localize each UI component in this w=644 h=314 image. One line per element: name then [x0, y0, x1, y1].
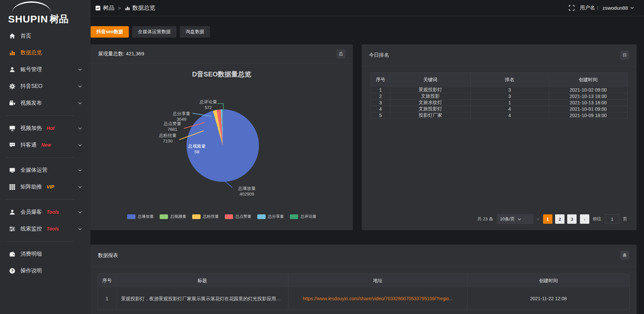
sidebar-item[interactable]: 抖音SEO — [0, 78, 91, 95]
legend-label: 总分享量 — [268, 214, 284, 219]
table-row[interactable]: 2 文旅投影 3 2021-10-13 18:00 — [371, 93, 627, 99]
wallet-icon — [9, 251, 15, 257]
ranking-table-body: 1 景观投影灯 3 2021-10-02 09:00 2 文旅投影 3 2021… — [371, 87, 627, 118]
cell-title: 景观投影灯，夜游景观投影灯厂家展示展示落花灯在花园里的灯光投影应用效果 # — [116, 287, 288, 310]
sidebar-item-badge: New — [41, 142, 51, 148]
table-row[interactable]: 4 文旅投影灯 4 2021-10-01 09:00 — [371, 106, 627, 112]
sidebar-item[interactable]: 视频发布 — [0, 95, 91, 111]
chevron-down-icon — [78, 228, 82, 230]
column-header: 序号 — [98, 274, 116, 287]
sidebar-item[interactable]: 账号管理 — [0, 61, 91, 78]
ranking-day-button[interactable]: 日 — [620, 51, 629, 60]
sidebar-item-label: 抖音SEO — [20, 83, 43, 90]
cell-index: 3 — [371, 100, 390, 106]
tab[interactable]: 全媒体运营数据 — [132, 26, 176, 38]
page-button-2[interactable]: 2 — [555, 214, 565, 224]
report-title: 数据报表 — [98, 252, 118, 259]
sidebar-item[interactable]: 线索监控 Tools — [0, 220, 91, 237]
trend-box-icon — [95, 5, 101, 11]
sidebar-item[interactable]: ? 操作说明 — [0, 262, 91, 279]
goto-label: 前往 — [593, 216, 601, 222]
pie-chart-title: D音SEO数据量总览 — [91, 70, 353, 79]
legend-item[interactable]: 总粉丝量 — [192, 214, 219, 219]
pie-label: 总播放量402909 — [232, 186, 261, 197]
sidebar-item[interactable]: 视频加热 Hot — [0, 120, 91, 137]
chart-bar-icon — [9, 50, 15, 56]
legend-label: 总播放量 — [138, 214, 154, 219]
table-row[interactable]: 1 景观投影灯，夜游景观投影灯厂家展示展示落花灯在花园里的灯光投影应用效果 # … — [98, 287, 629, 310]
column-header: 创建时间 — [549, 73, 627, 87]
chevron-down-icon — [630, 7, 634, 9]
legend-item[interactable]: 总分享量 — [257, 214, 284, 219]
legend-item[interactable]: 总视频量 — [160, 214, 186, 219]
panel-ranking: 今日排名 日 序号关键词排名创建时间 1 景观投影灯 3 2021-10-02 … — [362, 44, 637, 230]
pagination-total: 共 23 条 — [477, 216, 493, 222]
page-size-select[interactable]: 10条/页 — [497, 214, 533, 224]
breadcrumb-item[interactable]: 树品 — [95, 4, 114, 12]
user-icon — [9, 66, 15, 73]
report-table: 序号标题地址创建时间 1 景观投影灯，夜游景观投影灯厂家展示展示落花灯在花园里的… — [98, 273, 630, 310]
sidebar-item[interactable]: 首页 — [0, 28, 91, 44]
cell-index: 1 — [371, 87, 390, 93]
column-header: 排名 — [470, 73, 549, 87]
pie-label: 总分享量3049 — [169, 111, 194, 122]
topbar-right: 用户名：zswodun88 — [569, 5, 634, 11]
overview-total-button[interactable]: 总 — [336, 49, 345, 58]
cell-index: 2 — [371, 93, 390, 99]
table-row[interactable]: 3 文旅水纹灯 1 2021-10-13 18:00 — [371, 99, 627, 106]
username-label: 用户名： — [580, 5, 600, 11]
sidebar-item-label: 全媒体运营 — [20, 167, 47, 174]
legend-item[interactable]: 总播放量 — [127, 214, 154, 219]
tab[interactable]: 抖音seo数据 — [91, 26, 129, 38]
legend-item[interactable]: 总点赞量 — [225, 214, 252, 219]
user-menu[interactable]: 用户名：zswodun88 — [580, 5, 634, 11]
gear-icon — [9, 83, 15, 90]
pie-legend: 总播放量 总视频量 总粉丝量 总点赞量 总分享量 总评论量 — [91, 214, 353, 219]
sidebar-item[interactable]: 会员爆客 Tools — [0, 204, 91, 220]
cell-keyword: 文旅投影 — [390, 93, 470, 99]
fullscreen-icon[interactable] — [569, 5, 575, 11]
column-header: 创建时间 — [467, 274, 629, 287]
cell-time: 2021-10-09 18:00 — [549, 112, 627, 118]
column-header: 关键词 — [390, 73, 470, 87]
pie-label: 总点赞量7681 — [160, 121, 185, 132]
bars-icon — [125, 5, 130, 11]
legend-item[interactable]: 总评论量 — [290, 214, 317, 219]
table-row[interactable]: 1 景观投影灯 3 2021-10-02 09:00 — [371, 87, 627, 93]
chat-icon — [9, 142, 15, 148]
sidebar-item-label: 视频发布 — [20, 100, 42, 107]
user-group-icon — [9, 209, 15, 215]
panel-report: 数据报表 表 序号标题地址创建时间 1 景观投影灯，夜游景观投影灯厂家展示展示落… — [91, 245, 637, 314]
tab[interactable]: 询盘数据 — [180, 26, 210, 38]
ranking-header: 今日排名 日 — [362, 44, 637, 66]
svg-text:?: ? — [11, 269, 13, 273]
sidebar-item[interactable]: 全媒体运营 — [0, 162, 91, 178]
next-page-button[interactable]: › — [580, 214, 589, 224]
sidebar-item-badge: Tools — [47, 226, 59, 231]
sidebar-item-badge: Hot — [47, 125, 54, 131]
breadcrumb-item[interactable]: 数据总览 — [125, 4, 155, 12]
video-url-link[interactable]: https://www.iesdouyin.com/share/video/70… — [300, 296, 457, 301]
legend-swatch — [192, 214, 201, 219]
sidebar-item-label: 首页 — [20, 33, 31, 40]
cell-time: 2021-10-02 09:00 — [549, 87, 627, 93]
home-icon — [9, 33, 15, 39]
page-button-3[interactable]: 3 — [567, 214, 577, 224]
sidebar-item-label: 视频加热 — [20, 125, 42, 132]
sidebar-item[interactable]: 抖客通 New — [0, 137, 91, 153]
report-table-button[interactable]: 表 — [620, 251, 629, 260]
legend-label: 总视频量 — [170, 214, 186, 219]
goto-page-input[interactable] — [605, 214, 620, 224]
sidebar-item[interactable]: 消费明细 — [0, 246, 91, 262]
cell-keyword: 文旅水纹灯 — [390, 100, 470, 106]
logo-text-en: SHUPIN — [8, 13, 48, 25]
cell-time: 2021-11-22 12:08 — [467, 287, 629, 310]
cell-rank: 3 — [470, 93, 549, 99]
sidebar-item[interactable]: 矩阵助推 VIP — [0, 178, 91, 195]
prev-page-button[interactable]: ‹ — [537, 216, 540, 222]
table-row[interactable]: 5 投影灯厂家 4 2021-10-09 18:00 — [371, 112, 627, 118]
sidebar-item[interactable]: 数据总览 — [0, 44, 91, 61]
legend-swatch — [160, 214, 168, 219]
video-camera-icon — [9, 100, 15, 106]
page-button-1[interactable]: 1 — [543, 214, 552, 224]
